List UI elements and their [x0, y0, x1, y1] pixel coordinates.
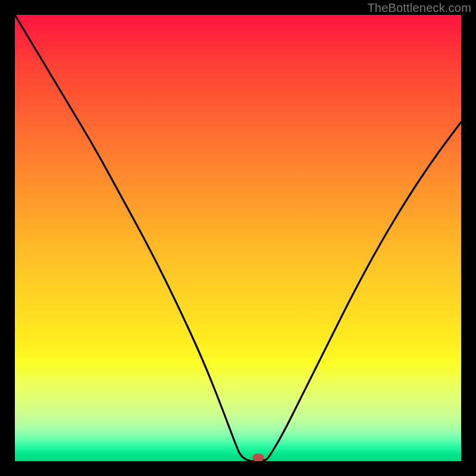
chart-frame: TheBottleneck.com [0, 0, 476, 476]
plot-area [15, 15, 461, 461]
watermark-text: TheBottleneck.com [367, 1, 471, 15]
minimum-marker [252, 454, 264, 462]
bottleneck-curve [15, 15, 461, 461]
